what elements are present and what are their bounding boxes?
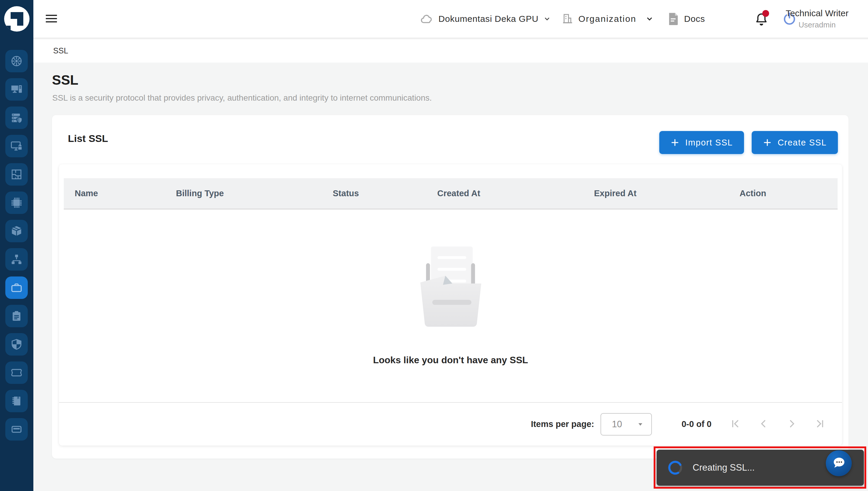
monitor-lock-icon	[10, 140, 23, 152]
deka-logo-icon	[4, 6, 30, 32]
column-header-created-at: Created At	[437, 189, 594, 198]
organization-label: Organization	[578, 14, 637, 24]
sidebar-item-security-shield[interactable]	[5, 333, 28, 355]
sidebar-item-processor[interactable]	[5, 192, 28, 214]
top-bar: Dokumentasi Deka GPU Organization Docs	[33, 0, 868, 37]
plus-icon	[671, 138, 679, 147]
user-role: Useradmin	[799, 20, 836, 30]
column-header-status: Status	[333, 189, 437, 198]
main-content: SSL SSL is a security protocol that prov…	[33, 63, 868, 491]
chevron-left-icon	[758, 418, 769, 429]
sidebar-item-remote-desktop[interactable]	[5, 135, 28, 157]
caret-down-icon	[637, 421, 644, 428]
last-page-icon	[815, 418, 825, 429]
chip-icon	[10, 197, 23, 209]
notification-badge	[762, 10, 769, 17]
column-header-billing-type: Billing Type	[176, 189, 333, 198]
sidebar-item-server-security[interactable]	[5, 107, 28, 129]
toast-message: Creating SSL...	[693, 462, 755, 473]
page-size-value: 10	[612, 419, 622, 430]
empty-folder-icon	[406, 239, 495, 336]
paginator: Items per page: 10 0-0 of 0	[59, 402, 842, 445]
next-page-button[interactable]	[786, 418, 798, 430]
user-menu[interactable]: Technical Writer Useradmin	[786, 0, 848, 37]
chat-widget-button[interactable]	[826, 450, 852, 476]
kubernetes-icon	[10, 55, 23, 67]
chat-bubble-icon	[831, 456, 846, 471]
cloud-icon	[420, 12, 434, 26]
column-header-expired-at: Expired At	[594, 189, 739, 198]
empty-folder-illustration	[406, 239, 495, 337]
plus-icon	[763, 138, 772, 147]
breadcrumb: SSL	[53, 46, 68, 55]
sidebar-item-catalog[interactable]	[5, 390, 28, 412]
ssl-card: List SSL Import SSL Create SSL Name Bill…	[52, 115, 848, 459]
sidebar-item-ticket[interactable]	[5, 362, 28, 384]
page-title: SSL	[52, 72, 78, 88]
card-actions: Import SSL Create SSL	[659, 131, 838, 154]
page-range-label: 0-0 of 0	[681, 419, 711, 429]
package-icon	[10, 225, 23, 237]
sidebar-item-kubernetes[interactable]	[5, 50, 28, 72]
organization-icon	[561, 13, 573, 25]
ticket-icon	[10, 367, 23, 379]
column-header-action: Action	[739, 189, 838, 198]
app-logo	[4, 6, 30, 32]
import-ssl-button[interactable]: Import SSL	[659, 131, 744, 154]
empty-state-message: Looks like you don't have any SSL	[59, 355, 842, 366]
sidebar-item-clipboard[interactable]	[5, 305, 28, 327]
create-ssl-label: Create SSL	[778, 138, 827, 148]
sidebar	[0, 0, 33, 491]
desktop-tower-icon	[10, 83, 23, 96]
chevron-down-icon	[645, 15, 654, 23]
import-ssl-label: Import SSL	[685, 138, 733, 148]
column-header-name: Name	[75, 189, 176, 198]
sidebar-item-billing-card[interactable]	[5, 418, 28, 440]
document-icon	[668, 12, 679, 25]
user-name: Technical Writer	[786, 8, 848, 18]
loading-spinner-icon	[667, 460, 683, 475]
shield-icon	[10, 338, 23, 351]
page-description: SSL is a security protocol that provides…	[52, 93, 432, 103]
sidebar-nav	[5, 50, 28, 440]
previous-page-button[interactable]	[758, 418, 769, 430]
last-page-button[interactable]	[814, 418, 826, 430]
briefcase-icon	[10, 282, 23, 294]
header-divider	[33, 37, 868, 39]
docs-label: Docs	[684, 14, 705, 24]
page-size-select[interactable]: 10	[600, 413, 652, 436]
chevron-down-icon	[543, 15, 551, 23]
chevron-right-icon	[786, 418, 797, 429]
notebook-icon	[10, 395, 23, 407]
sidebar-item-floor-plan[interactable]	[5, 163, 28, 185]
organization-selector[interactable]: Organization	[561, 0, 654, 37]
first-page-button[interactable]	[729, 418, 741, 430]
sidebar-item-network[interactable]	[5, 248, 28, 270]
breadcrumb-bar: SSL	[33, 39, 868, 63]
sidebar-item-briefcase[interactable]	[5, 277, 28, 299]
hamburger-menu-button[interactable]	[46, 12, 59, 25]
card-icon	[10, 423, 23, 436]
paginator-controls	[729, 418, 826, 430]
first-page-icon	[730, 418, 740, 429]
table-header-row: Name Billing Type Status Created At Expi…	[64, 178, 838, 209]
sidebar-item-desktop[interactable]	[5, 78, 28, 100]
workspace-label: Dokumentasi Deka GPU	[439, 14, 538, 24]
clipboard-icon	[10, 310, 23, 322]
items-per-page-label: Items per page:	[531, 419, 594, 429]
ssl-table-card: Name Billing Type Status Created At Expi…	[59, 164, 842, 445]
sidebar-item-package[interactable]	[5, 220, 28, 242]
create-ssl-button[interactable]: Create SSL	[752, 131, 838, 154]
sitemap-icon	[10, 253, 23, 266]
server-shield-icon	[10, 112, 23, 124]
list-ssl-title: List SSL	[68, 133, 108, 144]
notifications-button[interactable]	[752, 10, 771, 29]
workspace-selector[interactable]: Dokumentasi Deka GPU	[420, 0, 551, 37]
docs-link[interactable]: Docs	[668, 0, 705, 37]
floor-plan-icon	[10, 168, 23, 181]
